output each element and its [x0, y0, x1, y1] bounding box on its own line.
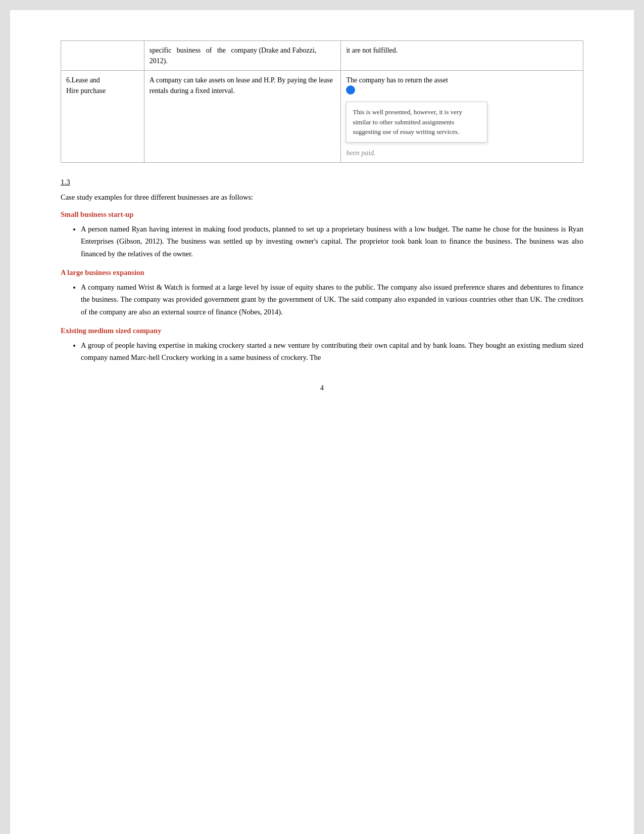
partial-note-text: been paid.	[346, 148, 578, 158]
large-business-heading: A large business expansion	[61, 268, 583, 277]
table-desc-lease: A company can take assets on lease and H…	[144, 71, 341, 163]
table-label-lease: 6.Lease andHire purchase	[61, 71, 144, 163]
page-number: 4	[61, 384, 583, 392]
small-business-list: A person named Ryan having interest in m…	[81, 223, 583, 260]
existing-medium-bullet: A group of people having expertise in ma…	[81, 339, 583, 364]
small-business-heading: Small business start-up	[61, 210, 583, 219]
table-cell-note: it are not fulfilled.	[341, 41, 583, 71]
content-table: specific business of the company (Drake …	[61, 40, 583, 163]
comment-text: This is well presented, however, it is v…	[353, 108, 462, 135]
comment-dot-icon	[346, 85, 355, 95]
table-row-lease: 6.Lease andHire purchase A company can t…	[61, 71, 583, 163]
existing-medium-list: A group of people having expertise in ma…	[81, 339, 583, 364]
table-desc-text: specific business of the company (Drake …	[150, 47, 316, 65]
large-business-bullet: A company named Wrist & Watch is formed …	[81, 281, 583, 318]
label-text: 6.Lease andHire purchase	[66, 76, 106, 95]
table-note-lease: The company has to return the asset This…	[341, 71, 583, 163]
note-start-text: The company has to return the asset	[346, 76, 448, 84]
intro-text: Case study examples for three different …	[61, 192, 583, 203]
comment-bubble: This is well presented, however, it is v…	[346, 85, 487, 143]
document-page: specific business of the company (Drake …	[10, 10, 634, 834]
table-row: specific business of the company (Drake …	[61, 41, 583, 71]
section-heading: 1.3	[61, 178, 583, 187]
table-cell-label	[61, 41, 144, 71]
desc-text: A company can take assets on lease and H…	[150, 76, 333, 95]
small-business-bullet: A person named Ryan having interest in m…	[81, 223, 583, 260]
comment-popup: This is well presented, however, it is v…	[346, 102, 487, 143]
large-business-list: A company named Wrist & Watch is formed …	[81, 281, 583, 318]
table-cell-desc: specific business of the company (Drake …	[144, 41, 341, 71]
note-content: The company has to return the asset This…	[346, 75, 578, 158]
existing-medium-heading: Existing medium sized company	[61, 327, 583, 335]
note-text: it are not fulfilled.	[346, 47, 398, 54]
